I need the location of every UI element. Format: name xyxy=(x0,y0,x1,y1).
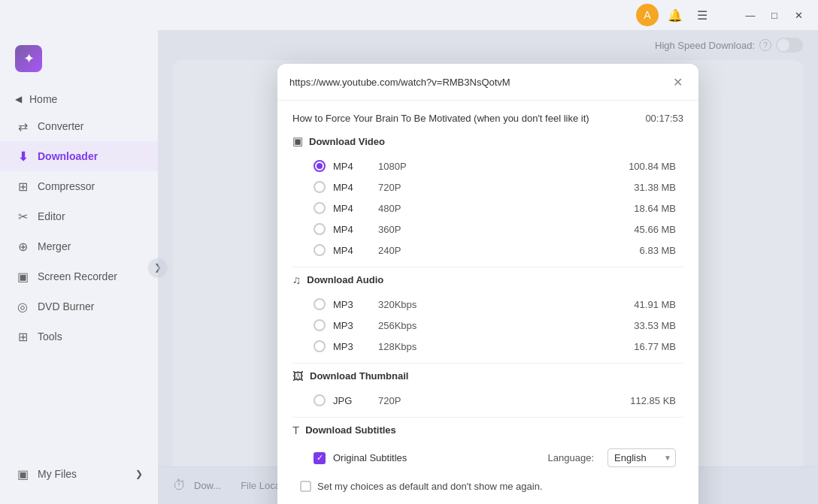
video-format-name-4: MP4 xyxy=(333,245,371,256)
sidebar-item-compressor[interactable]: ⊞ Compressor xyxy=(0,171,158,201)
sidebar-item-tools[interactable]: ⊞ Tools xyxy=(0,321,158,352)
download-thumbnail-label: Download Thumbnail xyxy=(310,370,408,382)
video-format-size-3: 45.66 MB xyxy=(616,224,676,235)
video-format-row-3[interactable]: MP4 360P 45.66 MB xyxy=(292,219,683,240)
audio-format-row-1[interactable]: MP3 256Kbps 33.53 MB xyxy=(292,315,683,336)
video-format-size-2: 18.64 MB xyxy=(616,203,676,214)
sidebar-item-converter[interactable]: ⇄ Converter xyxy=(0,111,158,141)
video-format-name-1: MP4 xyxy=(333,182,371,193)
audio-format-quality-2: 128Kbps xyxy=(378,341,608,352)
audio-format-name-1: MP3 xyxy=(333,320,371,331)
audio-format-row-0[interactable]: MP3 320Kbps 41.91 MB xyxy=(292,294,683,315)
sidebar-bottom: ▣ My Files ❯ xyxy=(0,451,158,496)
original-subtitles-label: Original Subtitles xyxy=(333,452,541,463)
video-format-name-0: MP4 xyxy=(333,161,371,172)
audio-format-name-2: MP3 xyxy=(333,341,371,352)
download-video-label: Download Video xyxy=(309,136,385,147)
subtitles-row: ✓ Original Subtitles Language: English S… xyxy=(292,444,683,472)
tools-icon: ⊞ xyxy=(15,329,30,344)
download-subtitles-label: Download Subtitles xyxy=(305,424,396,436)
audio-format-size-0: 41.91 MB xyxy=(616,299,676,310)
sidebar-item-screen-recorder[interactable]: ▣ Screen Recorder xyxy=(0,261,158,291)
audio-format-quality-0: 320Kbps xyxy=(378,299,608,310)
screen-recorder-icon: ▣ xyxy=(15,269,30,284)
video-title: How to Force Your Brain To Be Motivated … xyxy=(292,113,638,124)
video-format-row-0[interactable]: MP4 1080P 100.84 MB xyxy=(292,155,683,177)
download-thumbnail-section-header: 🖼 Download Thumbnail xyxy=(292,370,683,382)
thumbnail-section-icon: 🖼 xyxy=(292,370,304,382)
content-area: High Speed Download: ? ⏱ Dow... File Loc… xyxy=(158,30,818,504)
menu-button[interactable]: ☰ xyxy=(692,5,713,26)
download-video-section-header: ▣ Download Video xyxy=(292,134,683,148)
home-label: Home xyxy=(29,93,57,105)
audio-radio-2[interactable] xyxy=(314,340,326,352)
video-format-row-2[interactable]: MP4 480P 18.64 MB xyxy=(292,198,683,219)
video-radio-2[interactable] xyxy=(314,202,326,214)
divider-2 xyxy=(292,363,683,364)
notification-button[interactable]: 🔔 xyxy=(665,5,686,26)
sidebar-logo[interactable]: ✦ xyxy=(0,38,158,87)
video-format-quality-2: 480P xyxy=(378,203,608,214)
modal-url-bar: https://www.youtube.com/watch?v=RMB3NsQo… xyxy=(277,64,698,101)
language-select-wrapper: English Spanish French German Chinese Ja… xyxy=(607,448,676,467)
video-format-row-4[interactable]: MP4 240P 6.83 MB xyxy=(292,240,683,261)
video-format-quality-0: 1080P xyxy=(378,161,608,172)
back-arrow-icon: ◀ xyxy=(15,94,22,104)
sidebar-item-merger[interactable]: ⊕ Merger xyxy=(0,231,158,261)
video-radio-1[interactable] xyxy=(314,181,326,193)
tools-label: Tools xyxy=(38,330,62,343)
audio-radio-0[interactable] xyxy=(314,298,326,310)
downloader-icon: ⬇ xyxy=(15,149,30,164)
video-format-row-1[interactable]: MP4 720P 31.38 MB xyxy=(292,177,683,198)
thumbnail-format-row-0[interactable]: JPG 720P 112.85 KB xyxy=(292,390,683,411)
video-radio-3[interactable] xyxy=(314,223,326,235)
logo-icon: ✦ xyxy=(15,45,42,72)
thumbnail-radio-0[interactable] xyxy=(314,394,326,406)
window-controls: — □ ✕ xyxy=(740,5,809,26)
main-layout: ✦ ◀ Home ⇄ Converter ⬇ Downloader ⊞ Comp… xyxy=(0,30,818,504)
minimize-button[interactable]: — xyxy=(740,5,761,26)
url-text: https://www.youtube.com/watch?v=RMB3NsQo… xyxy=(289,77,661,88)
video-format-quality-4: 240P xyxy=(378,245,608,256)
download-modal: https://www.youtube.com/watch?v=RMB3NsQo… xyxy=(277,64,698,504)
video-radio-4[interactable] xyxy=(314,244,326,256)
compressor-icon: ⊞ xyxy=(15,179,30,194)
video-format-size-4: 6.83 MB xyxy=(616,245,676,256)
sidebar-item-my-files[interactable]: ▣ My Files ❯ xyxy=(15,459,143,489)
audio-radio-1[interactable] xyxy=(314,319,326,331)
video-format-size-0: 100.84 MB xyxy=(616,161,676,172)
my-files-icon: ▣ xyxy=(15,466,30,481)
modal-body: How to Force Your Brain To Be Motivated … xyxy=(277,101,698,504)
sidebar-item-dvd-burner[interactable]: ◎ DVD Burner xyxy=(0,291,158,321)
modal-close-button[interactable]: ✕ xyxy=(668,73,686,91)
set-default-label: Set my choices as default and don't show… xyxy=(317,481,543,492)
divider-1 xyxy=(292,267,683,267)
audio-section-icon: ♫ xyxy=(292,273,301,286)
divider-3 xyxy=(292,417,683,418)
video-radio-0[interactable] xyxy=(314,160,326,172)
user-avatar[interactable]: A xyxy=(636,4,659,26)
editor-icon: ✂ xyxy=(15,209,30,224)
video-format-name-2: MP4 xyxy=(333,203,371,214)
audio-format-row-2[interactable]: MP3 128Kbps 16.77 MB xyxy=(292,336,683,357)
converter-icon: ⇄ xyxy=(15,119,30,134)
merger-label: Merger xyxy=(38,240,71,252)
sidebar-item-downloader[interactable]: ⬇ Downloader xyxy=(0,141,158,171)
download-subtitles-section-header: T Download Subtitles xyxy=(292,424,683,436)
subtitles-section-icon: T xyxy=(292,424,299,436)
thumbnail-format-size-0: 112.85 KB xyxy=(616,395,676,406)
set-default-checkbox[interactable] xyxy=(300,481,311,492)
modal-overlay: https://www.youtube.com/watch?v=RMB3NsQo… xyxy=(158,30,818,504)
original-subtitles-checkbox[interactable]: ✓ xyxy=(314,452,326,464)
close-button[interactable]: ✕ xyxy=(788,5,809,26)
sidebar-item-home[interactable]: ◀ Home xyxy=(0,87,158,111)
editor-label: Editor xyxy=(38,210,65,222)
maximize-button[interactable]: □ xyxy=(764,5,785,26)
sidebar-item-editor[interactable]: ✂ Editor xyxy=(0,201,158,231)
language-select[interactable]: English Spanish French German Chinese Ja… xyxy=(607,448,676,467)
compressor-label: Compressor xyxy=(38,180,95,192)
video-section-icon: ▣ xyxy=(292,134,303,148)
merger-icon: ⊕ xyxy=(15,239,30,254)
screen-recorder-label: Screen Recorder xyxy=(38,270,117,282)
dvd-burner-icon: ◎ xyxy=(15,299,30,314)
